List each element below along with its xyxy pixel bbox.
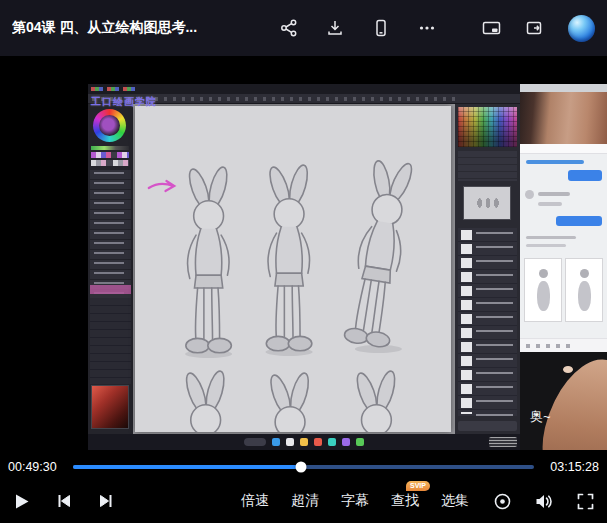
- popup-window-icon[interactable]: [524, 17, 546, 39]
- next-episode-button[interactable]: [97, 492, 115, 510]
- reference-side-column: 奥~: [520, 84, 607, 450]
- taskbar-icon: [272, 438, 280, 446]
- color-palette-grid: [458, 107, 517, 147]
- progress-bar[interactable]: [73, 465, 534, 469]
- red-palette-swatch: [92, 386, 128, 428]
- gradient-strip: [91, 146, 129, 150]
- panel-rows: [458, 151, 517, 181]
- subtitle-button[interactable]: 字幕: [341, 490, 369, 512]
- taskbar-icon: [342, 438, 350, 446]
- search-button[interactable]: SVIP 查找: [391, 490, 419, 512]
- chat-message-text: [526, 244, 566, 247]
- color-wheel: [93, 109, 126, 142]
- more-icon[interactable]: [416, 17, 438, 39]
- layer-buttons: [458, 421, 517, 431]
- search-button-label: 查找: [391, 492, 419, 510]
- topbar-actions: [278, 17, 438, 39]
- episodes-button[interactable]: 选集: [441, 490, 469, 512]
- pink-arrow-annotation: [149, 181, 175, 191]
- chat-message-text: [538, 202, 562, 206]
- taskbar-icon: [300, 438, 308, 446]
- video-title: 第04课 四、从立绘构图思考...: [12, 19, 264, 37]
- paint-app-recording: 工口绘画学院: [88, 84, 520, 450]
- video-overlay-text: 奥~: [530, 408, 551, 426]
- chat-panel: [520, 144, 607, 352]
- taskbar-icon: [314, 438, 322, 446]
- chat-bubble-sent: [556, 216, 602, 226]
- reference-photo-hand: 奥~: [520, 352, 607, 450]
- user-avatar[interactable]: [568, 15, 595, 42]
- color-swatches: [91, 152, 129, 158]
- right-controls: [493, 492, 595, 511]
- pip-icon[interactable]: [480, 17, 502, 39]
- chat-message-text: [526, 236, 576, 239]
- download-icon[interactable]: [324, 17, 346, 39]
- video-player-window: 第04课 四、从立绘构图思考...: [0, 0, 607, 523]
- selected-brush-row: [90, 285, 131, 294]
- topbar: 第04课 四、从立绘构图思考...: [0, 0, 607, 56]
- taskbar-search: [244, 438, 266, 446]
- topbar-right-actions: [480, 15, 595, 42]
- chat-link-text: [526, 160, 584, 164]
- paint-left-tool-panel: [88, 104, 133, 434]
- chat-message-text: [538, 192, 570, 196]
- fullscreen-button[interactable]: [576, 492, 595, 511]
- tool-option-rows: [90, 298, 131, 384]
- quality-button[interactable]: 超清: [291, 490, 319, 512]
- previous-episode-button[interactable]: [55, 492, 73, 510]
- windows-taskbar: [88, 434, 520, 450]
- paint-app-menu-bar: [88, 84, 520, 94]
- progress-row: 00:49:30 03:15:28: [0, 455, 607, 479]
- layers-list: [458, 228, 517, 416]
- share-icon[interactable]: [278, 17, 300, 39]
- canvas-page: [135, 106, 451, 432]
- paint-right-panel: [455, 104, 520, 434]
- current-time: 00:49:30: [8, 460, 64, 474]
- taskbar-icon: [356, 438, 364, 446]
- reference-photo-face: [520, 92, 607, 144]
- sketch-thumbnail: [524, 258, 562, 322]
- navigator-preview: [463, 186, 511, 220]
- chat-bubble-sent: [568, 170, 602, 181]
- course-watermark: 工口绘画学院: [91, 95, 157, 109]
- paint-app-main: [88, 104, 520, 434]
- window-strip: [520, 84, 607, 92]
- progress-handle[interactable]: [296, 462, 307, 473]
- chat-header: [520, 144, 607, 154]
- sketch-thumbnail: [565, 258, 603, 322]
- total-time: 03:15:28: [543, 460, 599, 474]
- volume-button[interactable]: [534, 492, 554, 511]
- video-area[interactable]: 工口绘画学院: [0, 56, 607, 455]
- transport-controls: [12, 492, 115, 511]
- mobile-icon[interactable]: [370, 17, 392, 39]
- controls-row: 倍速 超清 字幕 SVIP 查找 选集: [0, 479, 607, 523]
- svip-badge: SVIP: [406, 481, 430, 491]
- bunny-character-sketches: [135, 106, 451, 432]
- chat-input-toolbar: [520, 338, 607, 352]
- taskbar-system-tray: [489, 437, 517, 447]
- taskbar-icon: [328, 438, 336, 446]
- progress-fill: [73, 465, 301, 469]
- speed-button[interactable]: 倍速: [241, 490, 269, 512]
- play-button[interactable]: [12, 492, 31, 511]
- taskbar-icon: [286, 438, 294, 446]
- chat-image-thumbnails: [524, 258, 603, 322]
- video-frame: 工口绘画学院: [88, 84, 607, 450]
- color-swatches: [91, 160, 129, 166]
- paint-canvas: [133, 104, 455, 434]
- circle-dot-icon-button[interactable]: [493, 492, 512, 511]
- feature-controls: 倍速 超清 字幕 SVIP 查找 选集: [241, 490, 469, 512]
- chat-avatar: [525, 190, 534, 199]
